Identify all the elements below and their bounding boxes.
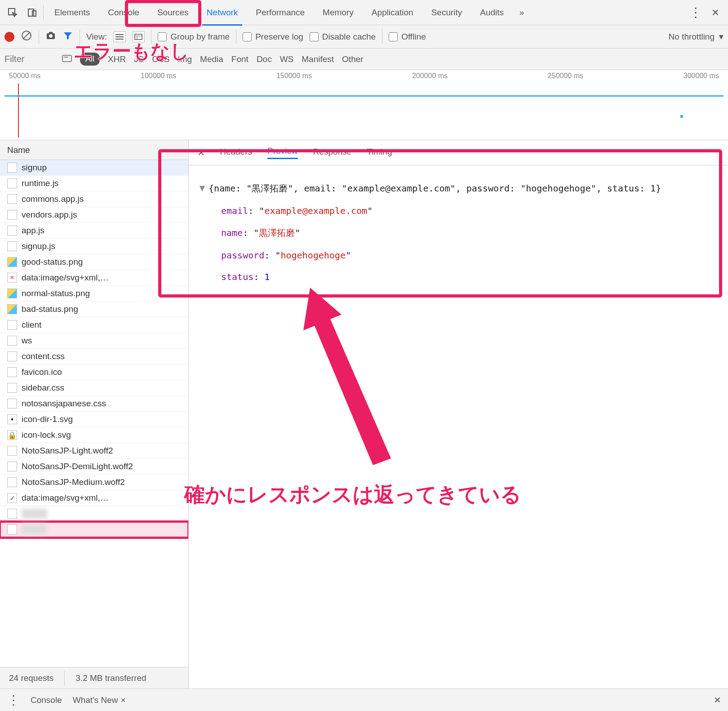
inspect-icon[interactable] bbox=[4, 4, 22, 22]
request-row[interactable]: ▪icon-dir-1.svg bbox=[0, 412, 188, 427]
tab-preview[interactable]: Preview bbox=[267, 146, 298, 159]
response-preview[interactable]: ▼{name: "黒澤拓磨", email: "example@example.… bbox=[189, 165, 728, 689]
request-row[interactable]: vendors.app.js bbox=[0, 207, 188, 223]
img-file-icon bbox=[7, 289, 17, 298]
kebab-menu-icon[interactable]: ⋮ bbox=[687, 4, 705, 22]
expand-icon[interactable]: ▼ bbox=[200, 182, 205, 193]
tab-memory[interactable]: Memory bbox=[314, 0, 363, 25]
preserve-log-checkbox[interactable]: Preserve log bbox=[243, 32, 303, 42]
group-by-frame-checkbox[interactable]: Group by frame bbox=[158, 32, 230, 42]
request-row[interactable]: ×data:image/svg+xml,… bbox=[0, 270, 188, 286]
hide-data-urls-checkbox[interactable] bbox=[62, 53, 72, 65]
drawer-tab-whats-new[interactable]: What's New × bbox=[73, 695, 126, 705]
svg-rect-15 bbox=[64, 57, 68, 58]
filter-all[interactable]: All bbox=[80, 53, 100, 66]
drawer-menu-icon[interactable]: ⋮ bbox=[7, 694, 20, 707]
throttling-select[interactable]: No throttling ▾ bbox=[669, 31, 724, 42]
request-name: data:image/svg+xml,… bbox=[22, 493, 109, 503]
device-toggle-icon[interactable] bbox=[23, 4, 41, 22]
doc-file-icon bbox=[7, 178, 17, 188]
filter-input[interactable] bbox=[4, 52, 54, 67]
tabs-overflow-icon[interactable]: » bbox=[513, 4, 531, 22]
separator bbox=[236, 30, 236, 44]
filter-other[interactable]: Other bbox=[342, 54, 364, 64]
record-button[interactable] bbox=[4, 32, 14, 42]
tab-console[interactable]: Console bbox=[99, 0, 148, 25]
close-detail-icon[interactable]: × bbox=[198, 146, 204, 160]
doc-file-icon bbox=[7, 509, 17, 519]
tab-application[interactable]: Application bbox=[363, 0, 422, 25]
doc-file-icon bbox=[7, 351, 17, 361]
request-row[interactable]: ws bbox=[0, 333, 188, 349]
timeline-overview[interactable]: 50000 ms 100000 ms 150000 ms 200000 ms 2… bbox=[0, 70, 728, 140]
request-row[interactable]: signup.js bbox=[0, 239, 188, 254]
request-row[interactable]: commons.app.js bbox=[0, 191, 188, 207]
offline-checkbox[interactable]: Offline bbox=[389, 32, 426, 42]
timeline-tick: 250000 ms bbox=[548, 72, 583, 80]
network-toolbar: View: Group by frame Preserve log Disabl… bbox=[0, 25, 728, 49]
request-row[interactable]: NotoSansJP-Light.woff2 bbox=[0, 443, 188, 459]
request-name: favicon.ico bbox=[22, 367, 62, 377]
request-name: app.js bbox=[22, 226, 44, 236]
tab-elements[interactable]: Elements bbox=[45, 0, 99, 25]
request-name: signup bbox=[22, 163, 47, 173]
request-row[interactable]: ✓data:image/svg+xml,… bbox=[0, 490, 188, 506]
filter-img[interactable]: Img bbox=[178, 54, 192, 64]
request-name: NotoSansJP-DemiLight.woff2 bbox=[22, 462, 133, 471]
name-column-header[interactable]: Name bbox=[0, 140, 188, 160]
close-drawer-icon[interactable]: × bbox=[714, 693, 721, 707]
request-name: NotoSansJP-Light.woff2 bbox=[22, 446, 113, 456]
filter-media[interactable]: Media bbox=[200, 54, 223, 64]
request-row[interactable]: app.js bbox=[0, 223, 188, 239]
drawer-tab-console[interactable]: Console bbox=[31, 695, 62, 705]
request-row[interactable]: content.css bbox=[0, 349, 188, 364]
doc-file-icon bbox=[7, 462, 17, 471]
view-frames-icon[interactable] bbox=[132, 31, 145, 42]
filter-toggle-icon[interactable] bbox=[62, 30, 73, 43]
doc-file-icon bbox=[7, 367, 17, 377]
request-row[interactable]: good-status.png bbox=[0, 254, 188, 270]
tab-timing[interactable]: Timing bbox=[367, 147, 392, 159]
disable-cache-checkbox[interactable]: Disable cache bbox=[310, 32, 376, 42]
tab-headers[interactable]: Headers bbox=[220, 147, 252, 159]
screenshot-icon[interactable] bbox=[45, 30, 56, 43]
filter-css[interactable]: CSS bbox=[152, 54, 169, 64]
filter-xhr[interactable]: XHR bbox=[108, 54, 126, 64]
request-row[interactable]: hidden bbox=[0, 506, 188, 522]
close-tab-icon[interactable]: × bbox=[120, 695, 125, 705]
tab-performance[interactable]: Performance bbox=[247, 0, 314, 25]
tab-security[interactable]: Security bbox=[422, 0, 471, 25]
request-row[interactable]: hidden bbox=[0, 522, 188, 538]
request-row[interactable]: NotoSansJP-DemiLight.woff2 bbox=[0, 459, 188, 475]
request-row[interactable]: favicon.ico bbox=[0, 364, 188, 380]
tab-response[interactable]: Response bbox=[313, 147, 352, 159]
filter-doc[interactable]: Doc bbox=[257, 54, 272, 64]
chk-file-icon: ✓ bbox=[7, 493, 17, 503]
request-row[interactable]: NotoSansJP-Medium.woff2 bbox=[0, 475, 188, 490]
close-devtools-icon[interactable]: × bbox=[706, 4, 724, 22]
clear-icon[interactable] bbox=[21, 30, 32, 44]
separator bbox=[39, 30, 39, 44]
request-row[interactable]: sidebar.css bbox=[0, 380, 188, 396]
filter-font[interactable]: Font bbox=[231, 54, 249, 64]
filter-ws[interactable]: WS bbox=[280, 54, 294, 64]
request-row[interactable]: runtime.js bbox=[0, 176, 188, 191]
request-row[interactable]: bad-status.png bbox=[0, 302, 188, 317]
filter-js[interactable]: JS bbox=[134, 54, 144, 64]
filter-manifest[interactable]: Manifest bbox=[302, 54, 334, 64]
request-row[interactable]: client bbox=[0, 317, 188, 333]
view-label: View: bbox=[86, 32, 107, 42]
doc-file-icon bbox=[7, 399, 17, 409]
tab-audits[interactable]: Audits bbox=[471, 0, 513, 25]
request-row[interactable]: normal-status.png bbox=[0, 286, 188, 302]
request-row[interactable]: 🔒icon-lock.svg bbox=[0, 427, 188, 443]
tab-network[interactable]: Network bbox=[198, 0, 247, 25]
dropdown-icon: ▾ bbox=[719, 31, 724, 42]
request-row[interactable]: signup bbox=[0, 160, 188, 176]
request-row[interactable]: notosansjapanese.css bbox=[0, 396, 188, 412]
tab-sources[interactable]: Sources bbox=[148, 0, 198, 25]
view-list-icon[interactable] bbox=[113, 31, 126, 42]
svg-rect-7 bbox=[49, 32, 53, 34]
separator bbox=[80, 30, 80, 44]
separator bbox=[64, 671, 65, 685]
